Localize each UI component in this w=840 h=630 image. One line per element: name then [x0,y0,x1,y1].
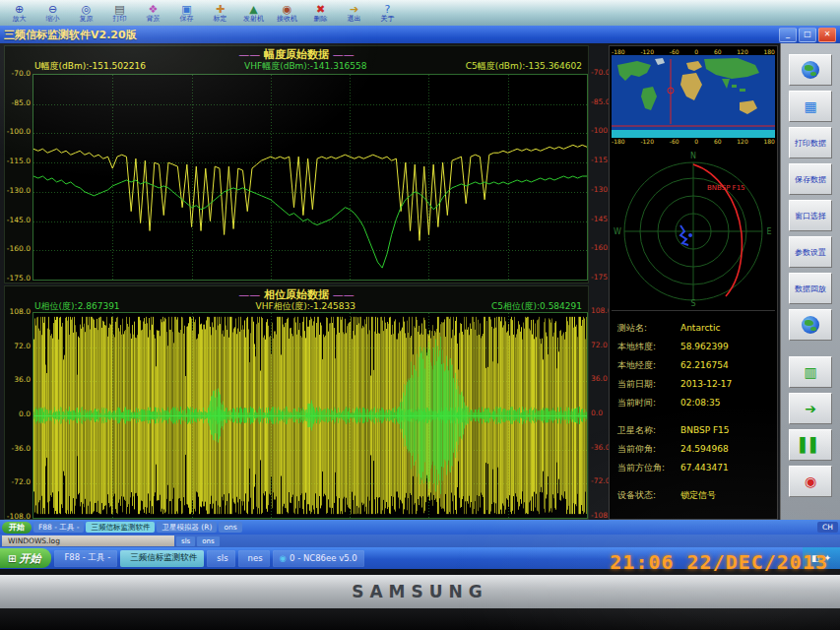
taskbar-item[interactable]: ◉ 0 - NC86ee v5.0 [273,550,364,567]
info-label: 卫星名称: [617,421,680,440]
delete-button[interactable]: ✖ 删除 [305,1,336,25]
start-button-lower[interactable]: ⊞ 开始 [0,548,51,568]
param-settings-button[interactable]: 参数设置 [789,236,832,268]
y-axis-label: -160.0 [5,245,31,253]
toolbar-item-label: 接收机 [277,15,297,23]
world-map-panel: -180-120-60060120180 -180-120 [612,48,775,145]
toolbar-item-label: 背景 [147,15,161,23]
desk-shadow [0,608,840,630]
data-replay-button[interactable]: 数据回放 [789,273,832,304]
taskbar-item[interactable]: F88 - 工具 - [33,522,84,533]
info-label: 当前仰角: [617,440,680,459]
window-select-button[interactable]: 窗口选择 [789,200,832,231]
taskbar-item[interactable]: 卫星模拟器 (R) [157,522,217,533]
delete-icon: ✖ [316,4,325,15]
earth-view-button[interactable] [789,54,832,86]
start-button-upper[interactable]: 开始 [2,522,32,534]
maximize-button[interactable]: □ [799,28,816,42]
zoom-out-button[interactable]: ⊖ 缩小 [37,1,68,25]
toolbar-item-label: 标定 [214,15,227,23]
map-tick: -120 [640,48,654,55]
map-tick: -60 [670,48,679,55]
map-longitude-ticks-top: -180-120-60060120180 [612,48,775,55]
y-axis-label: -175.0 [5,275,31,283]
toolbar-item-label: 复原 [80,15,94,23]
taskbar-lower-items: F88 - 工具 - 三频信标监测软件 sls nes [54,550,363,567]
info-value: 02:08:35 [680,394,720,412]
mini-task-item[interactable]: ons [197,536,219,546]
info-row: 当前仰角: 24.594968 [617,440,769,459]
y-axis-label: 0.0 [5,410,31,418]
transmitter-button[interactable]: ▲ 发射机 [238,1,269,25]
map-longitude-ticks-bottom: -180-120-60060120180 [612,138,775,145]
info-label: 本地纬度: [617,338,680,356]
taskbar-item[interactable]: ons [219,522,241,533]
map-tick: 120 [737,48,747,55]
pause-icon: ▌▌ [800,437,821,453]
save-data-button[interactable]: 保存数据 [789,163,832,195]
earth-icon [802,316,819,334]
background-window-title[interactable]: WINDOWS.log [2,536,174,546]
rail-button-label: 窗口选择 [795,212,826,220]
taskbar-item[interactable]: 三频信标监测软件 [120,550,204,567]
map-tick: 180 [763,48,774,55]
y-axis-label: -115.0 [5,158,31,165]
polar-plot: N E S W BNBSP F15 [612,149,775,308]
save-button[interactable]: ▣ 保存 [171,1,202,25]
exit-button[interactable]: ➔ 退出 [339,1,369,25]
close-button[interactable]: ✕ [818,28,836,42]
task-label: F88 - 工具 - [64,552,110,564]
info-label: 本地经度: [617,356,680,375]
task-label: sls [217,553,227,563]
phase-plot-area [32,312,588,519]
map-tick: -120 [640,138,654,145]
green-arrow-icon: ➔ [805,401,816,416]
receiver-button[interactable]: ◉ 接收机 [272,1,302,25]
monitor-bezel: SAMSUNG [0,575,840,608]
taskbar-item[interactable]: F88 - 工具 - [54,550,117,567]
grid-view-button[interactable]: ▦ [789,91,832,122]
system-tray-upper: CH [817,522,838,533]
print-button[interactable]: ▤ 打印 [104,1,135,25]
mini-task-item[interactable]: sls [176,536,195,546]
strip-mini-items: slsons [176,536,220,546]
info-row: 当前时间: 02:08:35 [617,394,769,412]
receiver-icon: ◉ [283,4,292,15]
y-axis-label: -100.0 [5,128,31,136]
map-tick: -180 [612,48,625,55]
y-axis-label: -85.0 [5,99,31,107]
info-value: 67.443471 [680,459,729,477]
tray-icon[interactable]: CH [822,523,833,532]
taskbar-upper: 开始 F88 - 工具 -三频信标监测软件卫星模拟器 (R)ons CH [0,520,840,535]
taskbar-item[interactable]: nes [238,550,270,567]
y-axis-label: -145.0 [5,217,31,224]
spectrum-button[interactable]: ▥ [789,356,832,388]
task-app-icon: ◉ [280,553,287,563]
info-value: 2013-12-17 [680,375,732,394]
grid-icon: ▦ [804,98,816,114]
zoom-in-button[interactable]: ⊕ 放大 [4,1,34,25]
taskbar-item[interactable]: 三频信标监测软件 [86,522,155,533]
background-color-button[interactable]: ❖ 背景 [138,1,168,25]
map-view-button[interactable] [789,309,832,341]
print-data-button[interactable]: 打印数据 [789,127,832,158]
rail-button-label: 保存数据 [795,175,826,184]
stop-button[interactable]: ◉ [789,466,832,497]
toolbar-item-label: 保存 [180,15,194,23]
taskbar-item[interactable]: sls [207,550,234,567]
info-row: 卫星名称: BNBSP F15 [617,421,769,440]
y-axis-label: 108.0 [5,308,31,316]
pause-button[interactable]: ▌▌ [789,429,832,461]
amplitude-chart-panel: —— 幅度原始数据 —— U幅度(dBm):-151.502216VHF幅度(d… [4,45,589,284]
map-tick: 180 [763,138,774,145]
status-panel: -180-120-60060120180 -180-120 [609,45,778,520]
start-monitor-button[interactable]: ➔ [789,393,832,424]
about-button[interactable]: ? 关于 [372,1,403,25]
calibrate-button[interactable]: ✚ 标定 [205,1,235,25]
zoom-reset-button[interactable]: ◎ 复原 [71,1,101,25]
y-axis-label: -36.0 [5,445,31,453]
map-tick: 120 [737,138,747,145]
task-label: 三频信标监测软件 [130,552,197,564]
minimize-button[interactable]: _ [779,28,797,42]
toolbar-item-label: 关于 [381,15,395,23]
